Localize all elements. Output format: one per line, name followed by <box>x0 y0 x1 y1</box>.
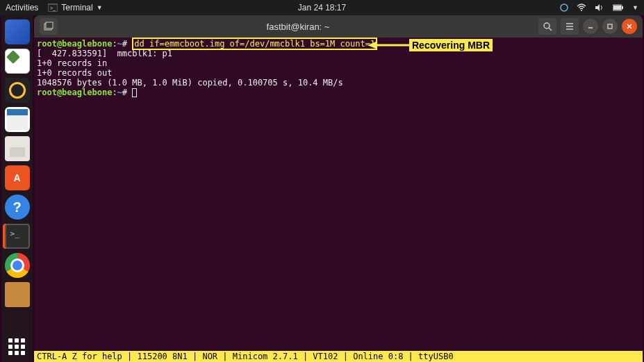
dock-chrome[interactable] <box>5 253 30 278</box>
close-button[interactable] <box>622 19 637 34</box>
svg-rect-9 <box>46 22 53 28</box>
app-menu[interactable]: >_ Terminal ▼ <box>48 3 102 13</box>
clock[interactable]: Jan 24 18:17 <box>298 3 346 13</box>
terminal-line: 1048576 bytes (1.0 MB, 1.0 MiB) copied, … <box>37 78 343 88</box>
svg-point-3 <box>561 4 568 11</box>
terminal-output[interactable]: root@beaglebone:~# dd if=emmcboot.img of… <box>34 38 643 351</box>
svg-point-4 <box>581 10 582 11</box>
terminal-icon: >_ <box>48 3 58 12</box>
new-tab-icon <box>44 22 53 31</box>
maximize-button[interactable] <box>602 19 618 34</box>
prompt-path: ~ <box>117 88 122 97</box>
prompt-path: ~ <box>117 39 122 49</box>
dock-files[interactable] <box>5 136 30 161</box>
window-titlebar[interactable]: fastbit@kiran: ~ <box>34 15 643 38</box>
svg-rect-7 <box>622 6 623 9</box>
svg-point-10 <box>544 23 550 28</box>
terminal-line: [ 427.833591] mmcblk1: p1 <box>37 49 172 58</box>
minimize-button[interactable] <box>583 19 598 34</box>
svg-rect-6 <box>613 6 621 10</box>
settings-indicator-icon[interactable] <box>560 3 568 12</box>
dock-thunderbird[interactable] <box>5 19 30 44</box>
terminal-line: 1+0 records out <box>37 68 112 78</box>
battery-icon[interactable] <box>613 4 624 11</box>
dock-terminal[interactable] <box>5 224 30 249</box>
annotation: Recovering MBR <box>368 39 493 51</box>
terminal-line: 1+0 records in <box>37 58 107 68</box>
cursor <box>132 88 137 97</box>
ubuntu-dock: ? <box>1 15 33 362</box>
arrow-icon <box>368 40 409 51</box>
volume-icon[interactable] <box>595 3 604 12</box>
svg-marker-20 <box>368 42 376 49</box>
system-menu-chevron-icon[interactable]: ▼ <box>632 4 638 11</box>
status-text: CTRL-A Z for help | 115200 8N1 | NOR | M… <box>37 352 454 361</box>
dock-rhythmbox[interactable] <box>5 78 30 103</box>
search-button[interactable] <box>538 18 556 35</box>
gnome-top-bar: Activities >_ Terminal ▼ Jan 24 18:17 ▼ <box>0 0 644 15</box>
close-icon <box>626 23 633 30</box>
maximize-icon <box>606 23 613 30</box>
app-menu-label: Terminal <box>61 3 92 13</box>
minicom-status-bar: CTRL-A Z for help | 115200 8N1 | NOR | M… <box>34 351 643 362</box>
svg-line-11 <box>549 28 552 31</box>
svg-rect-16 <box>608 24 612 28</box>
search-icon <box>543 22 552 31</box>
show-applications-button[interactable] <box>8 338 25 355</box>
annotation-label: Recovering MBR <box>409 39 493 51</box>
dock-help[interactable]: ? <box>5 195 30 220</box>
chevron-down-icon: ▼ <box>97 4 103 11</box>
svg-text:>_: >_ <box>50 6 56 11</box>
prompt-user-host: root@beaglebone <box>37 39 112 49</box>
dock-ubuntu-software[interactable] <box>5 165 30 190</box>
window-title: fastbit@kiran: ~ <box>267 22 330 32</box>
prompt-suffix: # <box>122 88 127 97</box>
wifi-icon[interactable] <box>577 3 586 12</box>
hamburger-menu-button[interactable] <box>561 18 579 35</box>
new-tab-button[interactable] <box>40 18 58 35</box>
activities-button[interactable]: Activities <box>6 3 38 13</box>
terminal-window: fastbit@kiran: ~ root@beaglebone:~# dd i… <box>34 15 643 362</box>
prompt-user-host: root@beaglebone <box>37 88 112 97</box>
dock-folder[interactable] <box>5 282 30 307</box>
dock-text-editor[interactable] <box>5 49 30 74</box>
minimize-icon <box>587 23 594 30</box>
hamburger-icon <box>565 22 575 31</box>
dock-libreoffice-writer[interactable] <box>5 107 30 132</box>
prompt-suffix: # <box>122 39 127 49</box>
